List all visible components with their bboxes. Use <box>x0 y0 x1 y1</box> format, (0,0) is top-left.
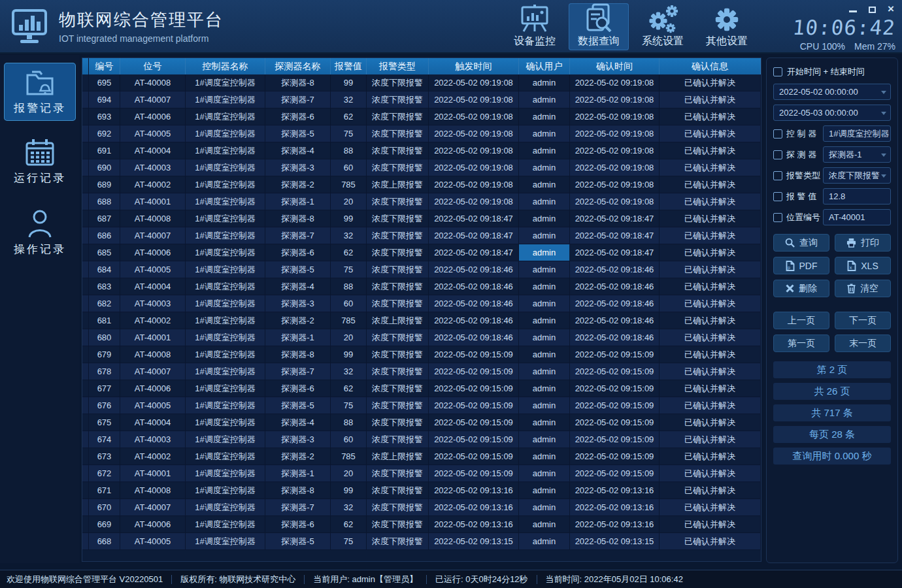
table-cell[interactable]: 2022-05-02 09:13:16 <box>429 482 519 498</box>
table-cell[interactable]: AT-40001 <box>120 329 186 346</box>
table-cell[interactable]: AT-40006 <box>120 244 186 261</box>
table-cell[interactable]: 1#调度室控制器 <box>186 482 265 498</box>
table-cell[interactable]: 1#调度室控制器 <box>186 516 265 532</box>
table-cell[interactable]: AT-40006 <box>120 516 186 532</box>
table-cell[interactable]: 浓度下限报警 <box>367 397 429 414</box>
table-cell[interactable]: 62 <box>331 516 367 532</box>
table-cell[interactable]: 2022-05-02 09:15:09 <box>429 346 519 363</box>
table-cell[interactable]: 60 <box>331 295 367 312</box>
table-cell[interactable]: 已确认并解决 <box>660 125 761 142</box>
table-cell[interactable]: 1#调度室控制器 <box>186 499 265 515</box>
table-cell[interactable]: 2022-05-02 09:18:46 <box>429 278 519 295</box>
nav-item-other-settings[interactable]: 其他设置 <box>697 3 757 50</box>
alarm-value-input[interactable]: 12.8 <box>823 188 891 204</box>
table-cell[interactable]: admin <box>519 465 570 482</box>
table-cell[interactable]: 浓度下限报警 <box>367 516 429 532</box>
table-row[interactable]: 680AT-400011#调度室控制器探测器-120浓度下限报警2022-05-… <box>82 329 761 346</box>
table-cell[interactable]: 探测器-4 <box>265 142 331 159</box>
table-cell[interactable]: 1#调度室控制器 <box>186 380 265 397</box>
table-cell[interactable]: 浓度下限报警 <box>367 295 429 312</box>
table-cell[interactable]: AT-40007 <box>120 499 186 515</box>
table-cell[interactable]: 99 <box>331 482 367 498</box>
table-cell[interactable]: 已确认并解决 <box>660 414 761 431</box>
table-cell[interactable]: 2022-05-02 09:15:09 <box>429 414 519 431</box>
table-cell[interactable]: 1#调度室控制器 <box>186 74 265 91</box>
table-cell[interactable]: AT-40003 <box>120 431 186 448</box>
table-cell[interactable]: 689 <box>89 176 120 193</box>
table-cell[interactable]: AT-40008 <box>120 346 186 363</box>
table-cell[interactable]: admin <box>519 329 570 346</box>
alarm-type-checkbox[interactable] <box>773 171 782 180</box>
table-cell[interactable]: 2022-05-02 09:18:47 <box>570 227 660 244</box>
table-cell[interactable]: 2022-05-02 09:13:15 <box>570 533 660 549</box>
table-cell[interactable]: 探测器-7 <box>265 91 331 108</box>
table-cell[interactable]: 1#调度室控制器 <box>186 533 265 549</box>
table-cell[interactable]: 浓度下限报警 <box>367 363 429 380</box>
table-cell[interactable]: admin <box>519 261 570 278</box>
table-cell[interactable]: 694 <box>89 91 120 108</box>
table-cell[interactable]: 1#调度室控制器 <box>186 397 265 414</box>
table-row[interactable]: 695AT-400081#调度室控制器探测器-899浓度下限报警2022-05-… <box>82 74 761 91</box>
xls-button[interactable]: xXLS <box>835 257 891 274</box>
table-cell[interactable]: 2022-05-02 09:19:08 <box>429 108 519 125</box>
table-cell[interactable]: 探测器-1 <box>265 193 331 210</box>
table-cell[interactable]: 2022-05-02 09:18:46 <box>570 295 660 312</box>
table-cell[interactable]: admin <box>519 193 570 210</box>
table-cell[interactable]: 2022-05-02 09:15:09 <box>429 448 519 465</box>
table-cell[interactable]: 2022-05-02 09:18:46 <box>429 295 519 312</box>
controller-checkbox[interactable] <box>773 129 782 139</box>
table-cell[interactable]: 681 <box>89 312 120 329</box>
table-row[interactable]: 693AT-400061#调度室控制器探测器-662浓度下限报警2022-05-… <box>82 108 761 125</box>
table-cell[interactable]: 668 <box>89 533 120 549</box>
table-cell[interactable]: 浓度上限报警 <box>367 448 429 465</box>
table-cell[interactable]: 已确认并解决 <box>660 193 761 210</box>
table-cell[interactable]: 1#调度室控制器 <box>186 448 265 465</box>
table-cell[interactable]: AT-40005 <box>120 397 186 414</box>
table-cell[interactable]: 浓度上限报警 <box>367 312 429 329</box>
column-header[interactable]: 报警值 <box>331 58 367 74</box>
table-cell[interactable]: 682 <box>89 295 120 312</box>
table-row[interactable]: 684AT-400051#调度室控制器探测器-575浓度下限报警2022-05-… <box>82 261 761 278</box>
table-cell[interactable]: 浓度下限报警 <box>367 261 429 278</box>
table-cell[interactable]: 680 <box>89 329 120 346</box>
table-cell[interactable]: 2022-05-02 09:13:16 <box>429 499 519 515</box>
sidebar-item-run-records[interactable]: 运行记录 <box>4 133 76 191</box>
table-cell[interactable]: admin <box>519 295 570 312</box>
table-cell[interactable]: 探测器-7 <box>265 499 331 515</box>
table-cell[interactable]: admin <box>519 278 570 295</box>
column-header[interactable]: 报警类型 <box>367 58 429 74</box>
table-cell[interactable]: AT-40002 <box>120 176 186 193</box>
table-cell[interactable]: 2022-05-02 09:19:08 <box>429 91 519 108</box>
table-cell[interactable]: 60 <box>331 159 367 176</box>
table-row[interactable]: 669AT-400061#调度室控制器探测器-662浓度下限报警2022-05-… <box>82 516 761 533</box>
table-cell[interactable]: 678 <box>89 363 120 380</box>
table-cell[interactable]: 浓度下限报警 <box>367 380 429 397</box>
table-cell[interactable]: 已确认并解决 <box>660 261 761 278</box>
close-icon[interactable]: × <box>888 4 894 14</box>
table-row[interactable]: 668AT-400051#调度室控制器探测器-575浓度下限报警2022-05-… <box>82 533 761 550</box>
table-cell[interactable]: 浓度下限报警 <box>367 482 429 498</box>
table-cell[interactable]: 已确认并解决 <box>660 108 761 125</box>
table-cell[interactable]: 已确认并解决 <box>660 210 761 227</box>
table-cell[interactable]: admin <box>519 346 570 363</box>
table-cell[interactable]: 已确认并解决 <box>660 465 761 482</box>
table-cell[interactable]: 已确认并解决 <box>660 329 761 346</box>
table-cell[interactable]: 探测器-5 <box>265 397 331 414</box>
table-cell[interactable]: AT-40005 <box>120 261 186 278</box>
table-cell[interactable]: 99 <box>331 346 367 363</box>
table-cell[interactable]: 探测器-2 <box>265 448 331 465</box>
table-cell[interactable]: 99 <box>331 210 367 227</box>
table-cell[interactable]: 浓度下限报警 <box>367 244 429 261</box>
table-cell[interactable]: AT-40008 <box>120 74 186 91</box>
last-page-button[interactable]: 末一页 <box>835 335 891 352</box>
prev-page-button[interactable]: 上一页 <box>773 312 829 329</box>
table-row[interactable]: 673AT-400021#调度室控制器探测器-2785浓度上限报警2022-05… <box>82 448 761 465</box>
table-cell[interactable]: 2022-05-02 09:18:46 <box>429 261 519 278</box>
table-cell[interactable]: AT-40004 <box>120 278 186 295</box>
table-cell[interactable]: 695 <box>89 74 120 91</box>
query-button[interactable]: 查询 <box>773 234 829 252</box>
table-cell[interactable]: 2022-05-02 09:13:16 <box>570 482 660 498</box>
table-cell[interactable]: 2022-05-02 09:15:09 <box>570 363 660 380</box>
table-cell[interactable]: AT-40003 <box>120 159 186 176</box>
table-cell[interactable]: 探测器-3 <box>265 295 331 312</box>
